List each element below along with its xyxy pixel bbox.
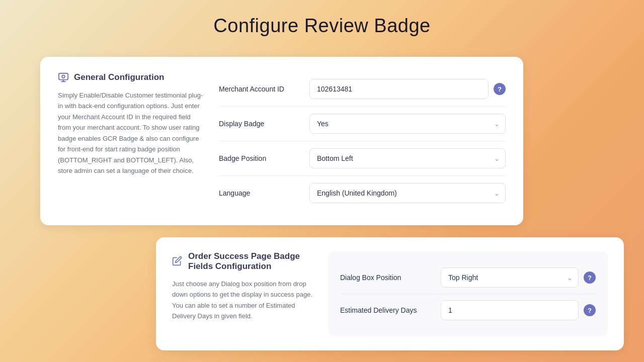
display-badge-control: Yes No ⌄ bbox=[309, 114, 506, 134]
order-success-description: Just choose any Dialog box position from… bbox=[172, 279, 313, 322]
dialog-box-position-help-icon[interactable]: ? bbox=[584, 272, 596, 284]
dialog-box-position-control: Top Right Top Left Bottom Right Bottom L… bbox=[441, 267, 596, 288]
order-success-form: Dialog Box Position Top Right Top Left B… bbox=[328, 251, 608, 336]
merchant-account-id-help-icon[interactable]: ? bbox=[494, 83, 506, 95]
estimated-delivery-days-input[interactable] bbox=[441, 300, 579, 320]
order-success-section-title: Order Success Page Badge Fields Configur… bbox=[172, 251, 313, 272]
badge-position-label: Badge Position bbox=[219, 154, 309, 162]
general-config-left: General Configuration Simply Enable/Disa… bbox=[58, 72, 204, 210]
svg-point-1 bbox=[62, 75, 65, 78]
estimated-delivery-days-row: Estimated Delivery Days ? bbox=[340, 294, 596, 326]
dialog-box-position-row: Dialog Box Position Top Right Top Left B… bbox=[340, 261, 596, 294]
merchant-account-id-row: Merchant Account ID ? bbox=[219, 72, 506, 107]
general-config-description: Simply Enable/Disable Customer testimoni… bbox=[58, 90, 204, 176]
general-config-section-title: General Configuration bbox=[58, 72, 204, 83]
estimated-delivery-days-help-icon[interactable]: ? bbox=[584, 304, 596, 316]
merchant-account-id-input[interactable] bbox=[309, 79, 489, 99]
dialog-box-position-select-wrap: Top Right Top Left Bottom Right Bottom L… bbox=[441, 267, 579, 288]
order-success-left: Order Success Page Badge Fields Configur… bbox=[172, 251, 313, 336]
badge-position-select[interactable]: Bottom Left Bottom Right Top Left Top Ri… bbox=[309, 148, 506, 168]
order-success-card: Order Success Page Badge Fields Configur… bbox=[156, 237, 624, 350]
dialog-box-position-select[interactable]: Top Right Top Left Bottom Right Bottom L… bbox=[441, 267, 579, 288]
language-row: Language English (United Kingdom) Englis… bbox=[219, 176, 506, 210]
general-config-card: General Configuration Simply Enable/Disa… bbox=[40, 57, 523, 225]
display-badge-row: Display Badge Yes No ⌄ bbox=[219, 107, 506, 141]
order-success-title-text: Order Success Page Badge Fields Configur… bbox=[188, 251, 313, 272]
badge-position-select-wrap: Bottom Left Bottom Right Top Left Top Ri… bbox=[309, 148, 506, 168]
language-select[interactable]: English (United Kingdom) English (United… bbox=[309, 183, 506, 203]
general-config-form: Merchant Account ID ? Display Badge Yes … bbox=[219, 72, 506, 210]
merchant-account-id-control: ? bbox=[309, 79, 506, 99]
merchant-account-id-label: Merchant Account ID bbox=[219, 85, 309, 93]
general-config-title-text: General Configuration bbox=[74, 72, 164, 82]
edit-icon bbox=[172, 256, 183, 267]
badge-icon bbox=[58, 72, 69, 83]
display-badge-select-wrap: Yes No ⌄ bbox=[309, 114, 506, 134]
page-title: Configure Review Badge bbox=[20, 15, 624, 37]
display-badge-select[interactable]: Yes No bbox=[309, 114, 506, 134]
svg-rect-0 bbox=[59, 73, 68, 80]
dialog-box-position-label: Dialog Box Position bbox=[340, 274, 441, 282]
badge-position-control: Bottom Left Bottom Right Top Left Top Ri… bbox=[309, 148, 506, 168]
page-container: Configure Review Badge General Configura… bbox=[0, 0, 644, 362]
badge-position-row: Badge Position Bottom Left Bottom Right … bbox=[219, 141, 506, 176]
display-badge-label: Display Badge bbox=[219, 120, 309, 128]
language-label: Language bbox=[219, 189, 309, 197]
language-control: English (United Kingdom) English (United… bbox=[309, 183, 506, 203]
estimated-delivery-days-label: Estimated Delivery Days bbox=[340, 306, 441, 314]
language-select-wrap: English (United Kingdom) English (United… bbox=[309, 183, 506, 203]
estimated-delivery-days-control: ? bbox=[441, 300, 596, 320]
